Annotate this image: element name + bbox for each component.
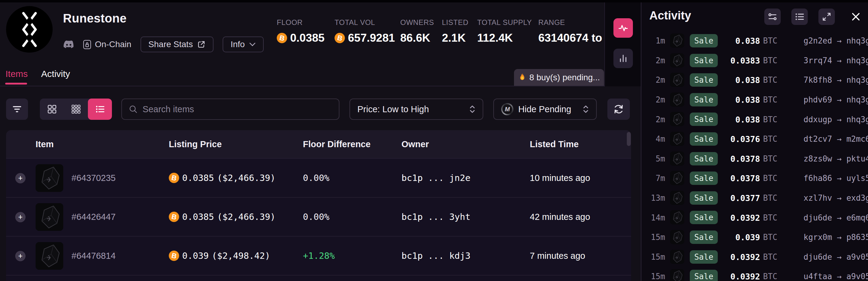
activity-item-thumbnail[interactable] bbox=[670, 210, 684, 224]
item-id[interactable]: #64476814 bbox=[71, 237, 116, 275]
activity-addresses[interactable]: g2n2ed → nhq3gt bbox=[804, 36, 868, 45]
activity-addresses[interactable]: f6ha86 → uyls56 bbox=[804, 174, 868, 183]
filter-button[interactable] bbox=[6, 98, 28, 120]
activity-row[interactable]: 14m Sale 0.0392 BTC dju6de → e6mq6a bbox=[642, 208, 868, 227]
activity-row[interactable]: 13m Sale 0.0377 BTC xzl7hv → exd3gs bbox=[642, 188, 868, 208]
to-address[interactable]: exd3gs bbox=[846, 193, 868, 202]
activity-row[interactable]: 15m Sale 0.039 BTC kgrx0m → p8635g bbox=[642, 227, 868, 247]
to-address[interactable]: e6mq6a bbox=[846, 213, 868, 222]
from-address[interactable]: dju6de bbox=[804, 213, 832, 222]
activity-item-thumbnail[interactable] bbox=[670, 92, 684, 107]
to-address[interactable]: uyls56 bbox=[846, 174, 868, 183]
activity-item-thumbnail[interactable] bbox=[670, 73, 684, 87]
activity-addresses[interactable]: dju6de → a9v05l bbox=[804, 252, 868, 261]
from-address[interactable]: dju6de bbox=[804, 252, 832, 261]
tab-items[interactable]: Items bbox=[5, 69, 28, 79]
col-header-listed[interactable]: Listed Time bbox=[530, 130, 579, 158]
activity-item-thumbnail[interactable] bbox=[670, 171, 684, 185]
activity-addresses[interactable]: u4ftaa → a9v05l bbox=[804, 272, 868, 281]
to-address[interactable]: m2mc69 bbox=[846, 134, 868, 144]
from-address[interactable]: g2n2ed bbox=[804, 36, 832, 45]
add-to-cart-button[interactable]: + bbox=[15, 251, 26, 261]
item-thumbnail[interactable] bbox=[36, 203, 63, 231]
item-owner-address[interactable]: bc1p ... 3yht bbox=[401, 198, 470, 236]
to-address[interactable]: nhq3gt bbox=[846, 115, 868, 124]
from-address[interactable]: ddxugp bbox=[804, 115, 832, 124]
table-scrollbar[interactable] bbox=[627, 132, 631, 146]
activity-row[interactable]: 2m Sale 0.038 BTC 7k8fh8 → nhq3gt bbox=[642, 70, 868, 90]
to-address[interactable]: p8635g bbox=[846, 232, 868, 242]
activity-list-view-button[interactable] bbox=[792, 8, 808, 25]
tab-activity[interactable]: Activity bbox=[41, 69, 70, 79]
item-thumbnail[interactable] bbox=[36, 242, 63, 270]
from-address[interactable]: kgrx0m bbox=[804, 232, 832, 242]
dense-grid-view-button[interactable] bbox=[64, 98, 88, 120]
to-address[interactable]: a9v05l bbox=[846, 252, 868, 261]
activity-row[interactable]: 15m Sale 0.0392 BTC u4ftaa → a9v05l bbox=[642, 267, 868, 281]
col-header-owner[interactable]: Owner bbox=[401, 130, 429, 158]
activity-item-thumbnail[interactable] bbox=[670, 191, 684, 205]
activity-item-thumbnail[interactable] bbox=[670, 53, 684, 67]
to-address[interactable]: nhq3gt bbox=[846, 36, 868, 45]
from-address[interactable]: xzl7hv bbox=[804, 193, 832, 202]
collection-avatar[interactable] bbox=[6, 6, 53, 53]
from-address[interactable]: 7k8fh8 bbox=[804, 75, 832, 85]
activity-addresses[interactable]: 3rrq74 → nhq3gt bbox=[804, 56, 868, 65]
info-button[interactable]: Info bbox=[223, 36, 264, 52]
refresh-button[interactable] bbox=[607, 98, 630, 120]
from-address[interactable]: phdv69 bbox=[804, 95, 832, 104]
activity-item-thumbnail[interactable] bbox=[670, 33, 684, 48]
share-stats-button[interactable]: Share Stats bbox=[141, 36, 214, 52]
pending-filter-select[interactable]: Hide Pending bbox=[493, 98, 597, 120]
activity-addresses[interactable]: kgrx0m → p8635g bbox=[804, 232, 868, 242]
item-thumbnail[interactable] bbox=[36, 164, 63, 192]
activity-item-thumbnail[interactable] bbox=[670, 250, 684, 264]
activity-expand-button[interactable] bbox=[818, 8, 835, 25]
activity-row[interactable]: 4m Sale 0.0376 BTC dt2cv7 → m2mc69 bbox=[642, 129, 868, 149]
activity-addresses[interactable]: phdv69 → nhq3gt bbox=[804, 95, 868, 104]
table-row[interactable]: + #64370235 B 0.0385 ($2,466.39) 0.00% b… bbox=[6, 158, 631, 197]
activity-row[interactable]: 5m Sale 0.0378 BTC z8zs0w → pktu4q bbox=[642, 149, 868, 169]
activity-row[interactable]: 7m Sale 0.0378 BTC f6ha86 → uyls56 bbox=[642, 168, 868, 188]
to-address[interactable]: nhq3gt bbox=[846, 75, 868, 85]
activity-feed-toggle-button[interactable] bbox=[614, 18, 633, 38]
activity-row[interactable]: 2m Sale 0.038 BTC phdv69 → nhq3gt bbox=[642, 90, 868, 110]
activity-item-thumbnail[interactable] bbox=[670, 269, 684, 281]
grid-view-button[interactable] bbox=[40, 98, 64, 120]
activity-item-thumbnail[interactable] bbox=[670, 151, 684, 166]
chart-view-button[interactable] bbox=[614, 49, 633, 68]
item-id[interactable]: #64426447 bbox=[71, 198, 116, 236]
list-view-button[interactable] bbox=[88, 98, 112, 120]
item-id[interactable]: #64370235 bbox=[71, 159, 116, 197]
from-address[interactable]: dt2cv7 bbox=[804, 134, 832, 144]
to-address[interactable]: nhq3gt bbox=[846, 56, 868, 65]
to-address[interactable]: pktu4q bbox=[846, 154, 868, 163]
activity-addresses[interactable]: 7k8fh8 → nhq3gt bbox=[804, 75, 868, 85]
to-address[interactable]: a9v05l bbox=[846, 272, 868, 281]
activity-close-button[interactable] bbox=[848, 8, 864, 25]
activity-item-thumbnail[interactable] bbox=[670, 132, 684, 146]
search-input[interactable] bbox=[143, 104, 332, 114]
activity-item-thumbnail[interactable] bbox=[670, 230, 684, 244]
activity-row[interactable]: 2m Sale 0.0383 BTC 3rrq74 → nhq3gt bbox=[642, 51, 868, 70]
add-to-cart-button[interactable]: + bbox=[15, 212, 26, 222]
col-header-item[interactable]: Item bbox=[36, 130, 54, 158]
table-row[interactable]: + #64476814 B 0.039 ($2,498.42) +1.28% b… bbox=[6, 236, 631, 275]
col-header-price[interactable]: Listing Price bbox=[169, 130, 222, 158]
from-address[interactable]: 3rrq74 bbox=[804, 56, 832, 65]
activity-filter-button[interactable] bbox=[764, 8, 781, 25]
activity-row[interactable]: 2m Sale 0.038 BTC ddxugp → nhq3gt bbox=[642, 110, 868, 129]
activity-addresses[interactable]: dju6de → e6mq6a bbox=[804, 213, 868, 222]
item-owner-address[interactable]: bc1p ... jn2e bbox=[401, 159, 470, 197]
col-header-floor-diff[interactable]: Floor Difference bbox=[303, 130, 370, 158]
activity-row[interactable]: 1m Sale 0.038 BTC g2n2ed → nhq3gt bbox=[642, 31, 868, 51]
activity-addresses[interactable]: dt2cv7 → m2mc69 bbox=[804, 134, 868, 144]
to-address[interactable]: nhq3gt bbox=[846, 95, 868, 104]
sort-select[interactable]: Price: Low to High bbox=[349, 98, 483, 120]
from-address[interactable]: z8zs0w bbox=[804, 154, 832, 163]
pending-buys-badge[interactable]: 8 buy(s) pending... bbox=[514, 69, 604, 86]
from-address[interactable]: f6ha86 bbox=[804, 174, 832, 183]
activity-item-thumbnail[interactable] bbox=[670, 112, 684, 126]
add-to-cart-button[interactable]: + bbox=[15, 173, 26, 183]
table-row[interactable]: + #64426447 B 0.0385 ($2,466.39) 0.00% b… bbox=[6, 197, 631, 236]
